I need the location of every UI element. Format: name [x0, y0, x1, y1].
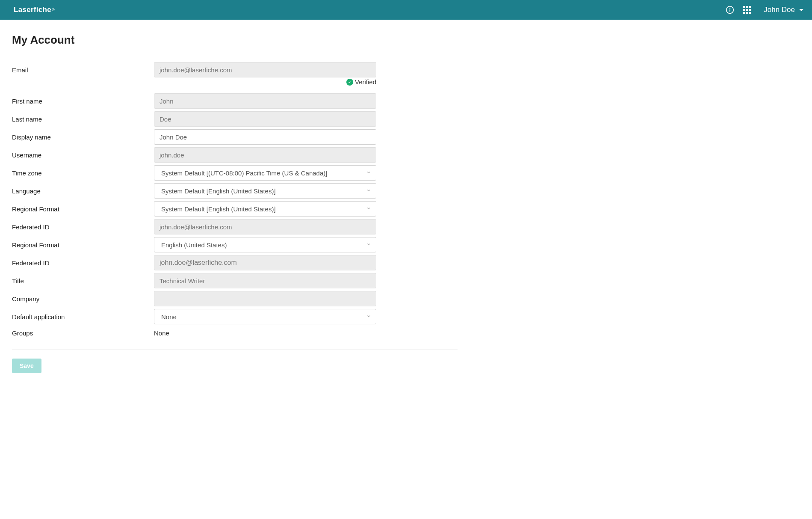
- user-menu[interactable]: John Doe: [759, 6, 803, 14]
- row-first-name: First name: [12, 93, 458, 109]
- row-username: Username: [12, 147, 458, 163]
- label-language: Language: [12, 187, 154, 195]
- federated-id-2-field: [154, 255, 376, 270]
- row-federated-id-2: Federated ID: [12, 255, 458, 270]
- label-time-zone: Time zone: [12, 169, 154, 177]
- default-app-select[interactable]: None: [154, 309, 376, 324]
- brand-text: Laserfiche: [14, 6, 51, 14]
- label-username: Username: [12, 151, 154, 159]
- regional-format-1-select[interactable]: System Default [English (United States)]: [154, 201, 376, 216]
- apps-icon[interactable]: [742, 5, 752, 15]
- user-menu-label: John Doe: [764, 6, 795, 14]
- save-button[interactable]: Save: [12, 359, 41, 373]
- label-company: Company: [12, 295, 154, 303]
- row-language: Language System Default [English (United…: [12, 183, 458, 199]
- groups-value: None: [154, 327, 376, 339]
- row-regional-format-2: Regional Format English (United States): [12, 237, 458, 252]
- header-right: John Doe: [725, 5, 803, 15]
- row-title: Title: [12, 273, 458, 288]
- row-default-app: Default application None: [12, 309, 458, 324]
- brand-reg-mark: ®: [52, 8, 55, 12]
- label-federated-id-1: Federated ID: [12, 223, 154, 231]
- label-first-name: First name: [12, 98, 154, 105]
- caret-down-icon: [799, 9, 803, 11]
- title-field: [154, 273, 376, 288]
- first-name-field: [154, 93, 376, 109]
- row-company: Company: [12, 291, 458, 306]
- last-name-field: [154, 111, 376, 127]
- language-select[interactable]: System Default [English (United States)]: [154, 183, 376, 199]
- label-last-name: Last name: [12, 116, 154, 123]
- federated-id-1-field: [154, 219, 376, 234]
- row-regional-format-1: Regional Format System Default [English …: [12, 201, 458, 216]
- app-header: Laserfiche® John Doe: [0, 0, 812, 20]
- form-divider: [12, 350, 458, 350]
- label-federated-id-2: Federated ID: [12, 259, 154, 267]
- info-icon[interactable]: [725, 5, 735, 15]
- row-display-name: Display name: [12, 129, 458, 145]
- display-name-field[interactable]: [154, 129, 376, 145]
- username-field: [154, 147, 376, 163]
- brand-logo: Laserfiche®: [14, 6, 55, 14]
- email-field: [154, 62, 376, 77]
- page-body: My Account Email ✓ Verified First name L…: [0, 20, 470, 387]
- row-federated-id-1: Federated ID: [12, 219, 458, 234]
- label-email: Email: [12, 66, 154, 74]
- regional-format-2-select[interactable]: English (United States): [154, 237, 376, 252]
- label-title: Title: [12, 277, 154, 285]
- label-display-name: Display name: [12, 133, 154, 141]
- label-regional-format-2: Regional Format: [12, 241, 154, 249]
- time-zone-select[interactable]: System Default [(UTC-08:00) Pacific Time…: [154, 165, 376, 181]
- row-email: Email: [12, 62, 458, 77]
- row-time-zone: Time zone System Default [(UTC-08:00) Pa…: [12, 165, 458, 181]
- label-regional-format-1: Regional Format: [12, 205, 154, 213]
- page-title: My Account: [12, 33, 458, 47]
- verified-check-icon: ✓: [346, 79, 353, 86]
- row-last-name: Last name: [12, 111, 458, 127]
- label-groups: Groups: [12, 329, 154, 337]
- svg-point-2: [730, 8, 730, 9]
- verified-row: ✓ Verified: [12, 78, 376, 86]
- company-field: [154, 291, 376, 306]
- verified-text: Verified: [355, 78, 376, 86]
- label-default-app: Default application: [12, 313, 154, 320]
- row-groups: Groups None: [12, 327, 458, 339]
- account-form: Email ✓ Verified First name Last name Di…: [12, 62, 458, 373]
